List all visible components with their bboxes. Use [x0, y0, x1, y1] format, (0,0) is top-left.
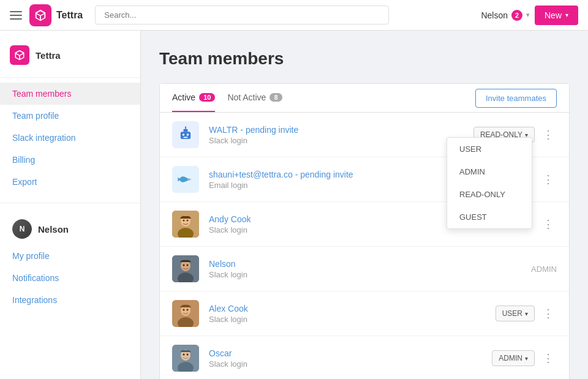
role-label-alex-cook: USER — [502, 309, 522, 318]
role-button-alex-cook[interactable]: USER ▾ — [496, 306, 535, 321]
dropdown-item-guest[interactable]: GUEST — [447, 206, 532, 228]
member-actions-oscar: ADMIN ▾ ⋮ — [492, 350, 557, 367]
sidebar-item-notifications[interactable]: Notifications — [0, 267, 140, 289]
sidebar-item-billing[interactable]: Billing — [0, 149, 140, 171]
svg-point-22 — [183, 309, 185, 311]
more-button-andy-cook[interactable]: ⋮ — [540, 216, 557, 233]
member-info-alex-cook: Alex Cook Slack login — [209, 304, 496, 324]
svg-point-8 — [189, 178, 189, 179]
tabs-right: Invite teammates — [475, 89, 557, 108]
sidebar-app-section: Tettra — [0, 43, 140, 78]
svg-point-12 — [183, 220, 185, 222]
avatar-oscar — [172, 345, 199, 372]
app-logo[interactable]: Tettra — [29, 4, 83, 26]
avatar-andy-initials — [172, 211, 199, 238]
member-actions-shauni: ⋮ — [540, 171, 557, 188]
member-name-nelson: Nelson — [209, 259, 531, 269]
sidebar-user-header: N Nelson — [0, 213, 140, 245]
notification-badge: 2 — [511, 10, 522, 21]
sidebar-logo-icon — [10, 45, 29, 65]
avatar-nelson — [172, 255, 199, 282]
member-login-oscar: Slack login — [209, 359, 492, 369]
tab-active-label: Active — [172, 92, 195, 102]
tab-active[interactable]: Active 10 — [172, 84, 215, 112]
search-input[interactable] — [95, 6, 389, 24]
menu-icon[interactable] — [10, 9, 22, 21]
avatar-shauni — [172, 166, 199, 193]
role-dropdown: USER ADMIN READ-ONLY GUEST — [447, 137, 532, 229]
member-row-alex-cook: Alex Cook Slack login USER ▾ ⋮ — [160, 291, 569, 336]
more-button-waltr[interactable]: ⋮ — [540, 126, 557, 143]
current-user-name: Nelson — [481, 10, 508, 20]
avatar-alex-cook — [172, 300, 199, 327]
sidebar-item-team-members[interactable]: Team members — [0, 83, 140, 105]
svg-point-13 — [187, 220, 189, 222]
role-button-oscar[interactable]: ADMIN ▾ — [492, 350, 535, 366]
svg-rect-4 — [184, 137, 188, 138]
member-row-nelson: Nelson Slack login ADMIN — [160, 247, 569, 291]
member-row-waltr: WALTR - pending invite Slack login READ-… — [160, 113, 569, 157]
svg-rect-1 — [184, 129, 188, 132]
svg-point-2 — [183, 133, 185, 136]
member-actions-nelson: ADMIN — [531, 265, 557, 274]
user-menu[interactable]: Nelson 2 ▾ — [481, 10, 530, 21]
new-chevron-icon: ▾ — [565, 12, 568, 18]
member-login-waltr: Slack login — [209, 136, 473, 145]
svg-point-27 — [183, 354, 185, 356]
member-name-alex-cook: Alex Cook — [209, 304, 496, 313]
svg-point-23 — [187, 309, 189, 311]
tab-not-active[interactable]: Not Active 8 — [227, 84, 282, 112]
svg-point-17 — [183, 265, 185, 266]
sidebar-item-team-profile[interactable]: Team profile — [0, 105, 140, 127]
sidebar-item-slack-integration[interactable]: Slack integration — [0, 127, 140, 149]
member-login-alex-cook: Slack login — [209, 315, 496, 324]
members-card: Active 10 Not Active 8 Invite teammates — [159, 83, 570, 379]
sidebar-item-export[interactable]: Export — [0, 171, 140, 193]
search-container — [95, 6, 389, 24]
svg-point-28 — [187, 354, 189, 356]
page-layout: Tettra Team members Team profile Slack i… — [0, 31, 588, 379]
role-label-oscar: ADMIN — [499, 354, 522, 362]
sidebar-logo[interactable]: Tettra — [10, 43, 130, 67]
member-row-oscar: Oscar Slack login ADMIN ▾ ⋮ — [160, 336, 569, 379]
tab-not-active-count: 8 — [270, 93, 282, 102]
sidebar-item-integrations[interactable]: Integrations — [0, 289, 140, 311]
role-chevron-oscar-icon: ▾ — [525, 355, 528, 362]
dropdown-item-user[interactable]: USER — [447, 138, 532, 160]
avatar-waltr — [172, 121, 199, 148]
member-name-waltr: WALTR - pending invite — [209, 125, 473, 135]
new-button[interactable]: New ▾ — [535, 6, 578, 25]
page-title: Team members — [159, 49, 570, 69]
more-button-alex-cook[interactable]: ⋮ — [540, 305, 557, 322]
member-actions-andy-cook: ⋮ — [540, 216, 557, 233]
sidebar-username: Nelson — [38, 224, 69, 235]
member-info-nelson: Nelson Slack login — [209, 259, 531, 279]
tab-not-active-label: Not Active — [227, 92, 266, 102]
sidebar-nav: Team members Team profile Slack integrat… — [0, 83, 140, 203]
avatar-andy-cook — [172, 211, 199, 238]
sidebar-user-avatar: N — [12, 219, 32, 239]
member-actions-alex-cook: USER ▾ ⋮ — [496, 305, 557, 322]
svg-point-3 — [187, 133, 189, 136]
dropdown-item-admin[interactable]: ADMIN — [447, 160, 532, 183]
app-name: Tettra — [56, 10, 83, 21]
topnav-right: Nelson 2 ▾ New ▾ — [481, 6, 578, 25]
nelson-role-label: ADMIN — [531, 265, 557, 274]
sidebar: Tettra Team members Team profile Slack i… — [0, 31, 141, 379]
top-navigation: Tettra Nelson 2 ▾ New ▾ — [0, 0, 588, 31]
sidebar-app-name: Tettra — [36, 50, 61, 61]
main-content: Team members Active 10 Not Active 8 Invi… — [141, 31, 588, 379]
sidebar-item-my-profile[interactable]: My profile — [0, 245, 140, 267]
more-button-oscar[interactable]: ⋮ — [540, 350, 557, 367]
tab-active-count: 10 — [199, 93, 215, 102]
sidebar-user-section: N Nelson My profile Notifications Integr… — [0, 208, 140, 316]
logo-icon — [29, 4, 51, 26]
dropdown-item-read-only[interactable]: READ-ONLY — [447, 183, 532, 206]
user-chevron-icon: ▾ — [526, 11, 530, 19]
member-login-nelson: Slack login — [209, 270, 531, 279]
member-info-waltr: WALTR - pending invite Slack login — [209, 125, 473, 145]
more-button-shauni[interactable]: ⋮ — [540, 171, 557, 188]
invite-teammates-button[interactable]: Invite teammates — [475, 89, 557, 108]
member-name-oscar: Oscar — [209, 348, 492, 358]
role-chevron-alex-cook-icon: ▾ — [525, 310, 528, 317]
